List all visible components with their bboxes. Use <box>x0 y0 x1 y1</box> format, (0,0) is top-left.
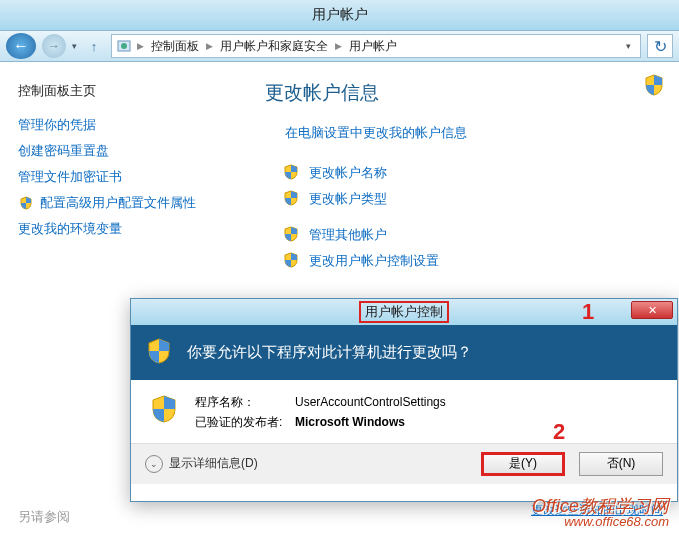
shield-icon <box>643 74 665 100</box>
publisher-name: Microsoft Windows <box>295 415 405 429</box>
sidebar-link-reset-disk[interactable]: 创建密码重置盘 <box>18 142 227 160</box>
dialog-footer: ⌄ 显示详细信息(D) 是(Y) 否(N) <box>131 443 677 484</box>
show-details-toggle[interactable]: ⌄ 显示详细信息(D) <box>145 455 258 473</box>
link-pc-settings[interactable]: 在电脑设置中更改我的帐户信息 <box>285 124 659 142</box>
dialog-question-text: 你要允许以下程序对此计算机进行更改吗？ <box>187 343 472 362</box>
annotation-2: 2 <box>553 419 565 445</box>
shield-icon <box>283 252 301 270</box>
program-name: UserAccountControlSettings <box>295 395 446 409</box>
dialog-body: 程序名称：UserAccountControlSettings 已验证的发布者:… <box>131 380 677 443</box>
arrow-right-icon: → <box>48 39 60 53</box>
breadcrumb[interactable]: ▶ 控制面板 ▶ 用户帐户和家庭安全 ▶ 用户帐户 ▾ <box>111 34 641 58</box>
navigation-bar: ← → ▾ ↑ ▶ 控制面板 ▶ 用户帐户和家庭安全 ▶ 用户帐户 ▾ ↻ <box>0 30 679 62</box>
sidebar-link-profile[interactable]: 配置高级用户配置文件属性 <box>18 194 227 212</box>
link-label: 更改帐户类型 <box>309 190 387 208</box>
sidebar-link-label: 配置高级用户配置文件属性 <box>40 194 196 212</box>
shield-icon <box>283 226 301 244</box>
details-label: 显示详细信息(D) <box>169 455 258 472</box>
refresh-button[interactable]: ↻ <box>647 34 673 58</box>
breadcrumb-item[interactable]: 用户帐户 <box>347 38 399 55</box>
control-panel-icon <box>116 38 132 54</box>
recent-dropdown-icon[interactable]: ▾ <box>72 41 77 51</box>
shield-icon <box>145 337 173 368</box>
sidebar-link-credentials[interactable]: 管理你的凭据 <box>18 116 227 134</box>
window-title: 用户帐户 <box>312 6 368 24</box>
shield-icon <box>149 394 179 427</box>
close-icon: ✕ <box>648 304 657 317</box>
sidebar-link-env-vars[interactable]: 更改我的环境变量 <box>18 220 227 238</box>
link-label: 更改帐户名称 <box>309 164 387 182</box>
shield-icon <box>18 195 34 211</box>
refresh-icon: ↻ <box>654 37 667 56</box>
sidebar-see-also: 另请参阅 <box>18 508 70 526</box>
sidebar-link-certificates[interactable]: 管理文件加密证书 <box>18 168 227 186</box>
link-label: 在电脑设置中更改我的帐户信息 <box>285 124 467 142</box>
shield-icon <box>283 190 301 208</box>
forward-button[interactable]: → <box>42 34 66 58</box>
no-button[interactable]: 否(N) <box>579 452 663 476</box>
page-title: 更改帐户信息 <box>265 80 659 106</box>
link-uac-settings[interactable]: 更改用户帐户控制设置 <box>283 252 659 270</box>
button-label: 是(Y) <box>509 455 537 472</box>
back-button[interactable]: ← <box>6 33 36 59</box>
breadcrumb-item[interactable]: 用户帐户和家庭安全 <box>218 38 330 55</box>
watermark: Office教程学习网 www.office68.com <box>532 497 669 528</box>
shield-icon <box>283 164 301 182</box>
watermark-line2: www.office68.com <box>532 515 669 528</box>
sidebar-link-label: 创建密码重置盘 <box>18 142 109 160</box>
annotation-1: 1 <box>582 299 594 325</box>
link-manage-accounts[interactable]: 管理其他帐户 <box>283 226 659 244</box>
link-change-name[interactable]: 更改帐户名称 <box>283 164 659 182</box>
sidebar-link-label: 管理你的凭据 <box>18 116 96 134</box>
chevron-right-icon: ▶ <box>134 41 147 51</box>
uac-dialog: 用户帐户控制 ✕ 你要允许以下程序对此计算机进行更改吗？ 程序名称：UserAc… <box>130 298 678 502</box>
publisher-label: 已验证的发布者: <box>195 412 295 432</box>
sidebar-link-label: 管理文件加密证书 <box>18 168 122 186</box>
breadcrumb-item[interactable]: 控制面板 <box>149 38 201 55</box>
link-change-type[interactable]: 更改帐户类型 <box>283 190 659 208</box>
chevron-right-icon: ▶ <box>332 41 345 51</box>
program-label: 程序名称： <box>195 392 295 412</box>
up-button[interactable]: ↑ <box>83 35 105 57</box>
dialog-info: 程序名称：UserAccountControlSettings 已验证的发布者:… <box>195 392 446 433</box>
sidebar-link-label: 更改我的环境变量 <box>18 220 122 238</box>
chevron-right-icon: ▶ <box>203 41 216 51</box>
dialog-title: 用户帐户控制 <box>359 301 449 323</box>
link-label: 管理其他帐户 <box>309 226 387 244</box>
sidebar-title: 控制面板主页 <box>18 82 227 100</box>
dialog-question-bar: 你要允许以下程序对此计算机进行更改吗？ <box>131 325 677 380</box>
arrow-left-icon: ← <box>13 37 29 55</box>
chevron-down-icon: ⌄ <box>145 455 163 473</box>
button-label: 否(N) <box>607 455 636 472</box>
svg-point-1 <box>121 43 127 49</box>
dialog-titlebar: 用户帐户控制 ✕ <box>131 299 677 325</box>
watermark-line1: Office教程学习网 <box>532 497 669 515</box>
close-button[interactable]: ✕ <box>631 301 673 319</box>
breadcrumb-dropdown-icon[interactable]: ▾ <box>620 41 636 51</box>
window-titlebar: 用户帐户 <box>0 0 679 30</box>
link-label: 更改用户帐户控制设置 <box>309 252 439 270</box>
yes-button[interactable]: 是(Y) <box>481 452 565 476</box>
arrow-up-icon: ↑ <box>91 39 98 54</box>
